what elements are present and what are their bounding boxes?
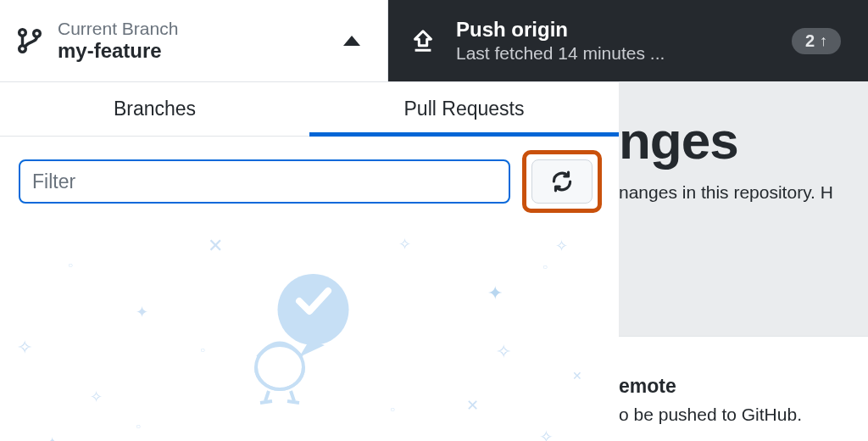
git-branch-icon — [15, 25, 44, 57]
svg-line-8 — [287, 401, 299, 403]
background-pane: nges nanges in this repository. H emote … — [619, 81, 868, 441]
background-desc: nanges in this repository. H — [619, 182, 868, 203]
background-subdesc: o be pushed to GitHub. — [619, 405, 802, 425]
push-labels: Push origin Last fetched 14 minutes ... — [456, 17, 771, 64]
current-branch-label: Current Branch — [58, 18, 330, 39]
branch-selector[interactable]: Current Branch my-feature — [0, 0, 388, 81]
arrow-up-icon: ↑ — [820, 33, 827, 48]
tabs: Branches Pull Requests — [0, 81, 619, 137]
push-count-badge: 2 ↑ — [792, 28, 841, 54]
svg-line-7 — [260, 401, 272, 403]
push-up-icon — [410, 28, 436, 53]
push-title: Push origin — [456, 17, 771, 42]
push-count: 2 — [805, 31, 815, 51]
push-subtitle: Last fetched 14 minutes ... — [456, 42, 771, 64]
refresh-highlight — [522, 150, 602, 213]
tab-pull-requests[interactable]: Pull Requests — [309, 82, 619, 136]
filter-row — [0, 137, 619, 226]
svg-line-6 — [291, 391, 294, 401]
all-set-illustration — [233, 265, 386, 413]
branch-name: my-feature — [58, 39, 330, 64]
empty-state: ✕ ✧ ✧ ○ ○ ✦ ✦ ✧ ○ ✧ ✧ ○ ✕ ✕ ○ ✦ ✧ You're… — [0, 226, 619, 441]
background-subheading: emote — [619, 375, 802, 398]
svg-line-5 — [265, 391, 269, 401]
refresh-button[interactable] — [531, 159, 593, 204]
svg-point-0 — [19, 30, 26, 36]
sync-icon — [550, 170, 574, 193]
push-origin-button[interactable]: Push origin Last fetched 14 minutes ... … — [388, 0, 868, 81]
svg-point-1 — [19, 46, 26, 53]
svg-point-2 — [34, 31, 41, 37]
toolbar: Current Branch my-feature Push origin La… — [0, 0, 868, 81]
background-heading: nges — [619, 110, 868, 170]
caret-up-icon — [343, 36, 360, 46]
branch-labels: Current Branch my-feature — [58, 18, 330, 64]
tab-branches[interactable]: Branches — [0, 82, 309, 136]
filter-input[interactable] — [19, 159, 510, 204]
